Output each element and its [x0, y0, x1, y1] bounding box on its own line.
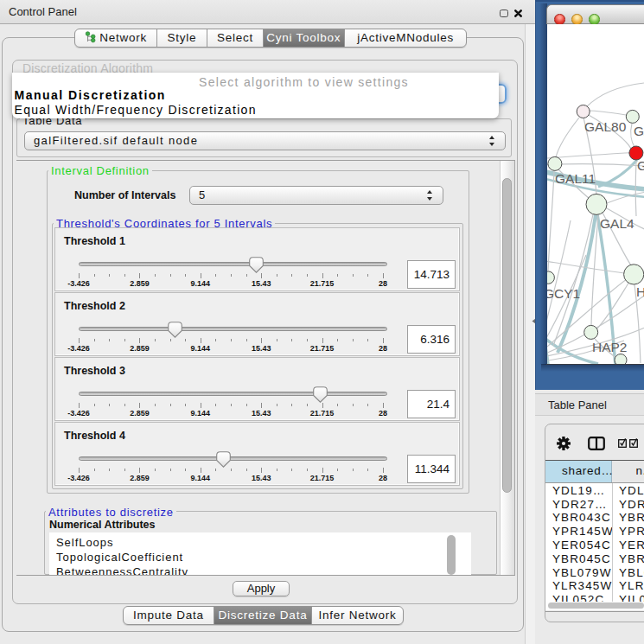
svg-text:GAL4: GAL4	[600, 216, 634, 231]
svg-text:GAL11: GAL11	[555, 171, 596, 186]
svg-text:GAL80: GAL80	[584, 119, 627, 134]
svg-text:GA: GA	[634, 124, 644, 138]
svg-text:H: H	[636, 284, 644, 299]
svg-text:HAP2: HAP2	[592, 340, 628, 354]
svg-text:G: G	[637, 158, 644, 173]
svg-text:GCY1: GCY1	[547, 286, 580, 301]
